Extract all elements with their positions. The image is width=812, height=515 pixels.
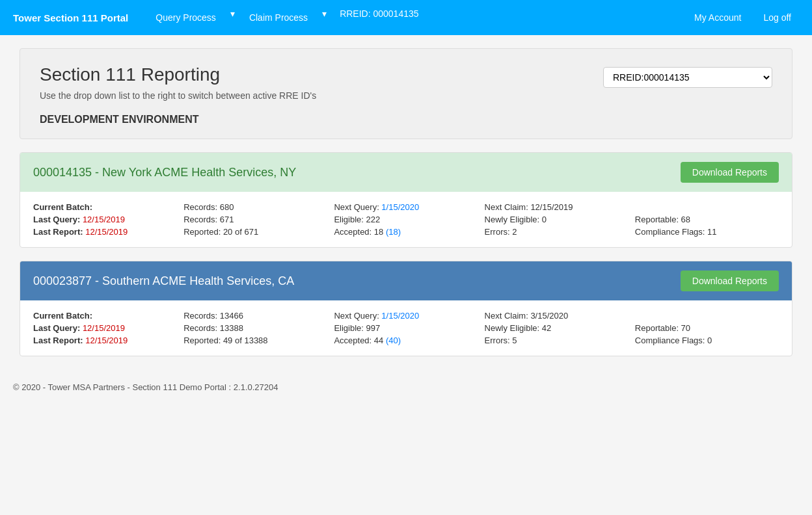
r1-compliance-flags: Compliance Flags: 11: [635, 227, 779, 237]
r1-empty: [635, 202, 779, 212]
report-card-2: 000023877 - Southern ACME Health Service…: [20, 261, 792, 356]
download-reports-button-1[interactable]: Download Reports: [681, 162, 779, 183]
report-card-2-header: 000023877 - Southern ACME Health Service…: [20, 261, 792, 300]
report-card-1-title: 000014135 - New York ACME Health Service…: [33, 166, 296, 179]
logoff-link[interactable]: Log off: [755, 8, 799, 27]
report-1-col4: Next Claim: 12/15/2019 Newly Eligible: 0…: [485, 202, 629, 237]
main-container: Section 111 Reporting Use the drop down …: [9, 48, 803, 356]
r1-reportable: Reportable: 68: [635, 215, 779, 224]
r2-next-claim: Next Claim: 3/15/2020: [485, 311, 629, 321]
my-account-link[interactable]: My Account: [686, 8, 749, 27]
r1-newly-eligible: Newly Eligible: 0: [485, 215, 629, 224]
report-card-1-header: 000014135 - New York ACME Health Service…: [20, 153, 792, 192]
r1-reported: Reported: 20 of 671: [183, 227, 327, 237]
r1-next-query: Next Query: 1/15/2020: [334, 202, 478, 212]
r2-next-query: Next Query: 1/15/2020: [334, 311, 478, 321]
report-1-col2: Records: 680 Records: 671 Reported: 20 o…: [183, 202, 327, 237]
footer: © 2020 - Tower MSA Partners - Section 11…: [0, 369, 812, 399]
r2-records-13388: Records: 13388: [183, 323, 327, 333]
report-1-col1: Current Batch: Last Query: 12/15/2019 La…: [33, 202, 177, 237]
query-process-arrow: ▾: [230, 8, 235, 27]
r2-errors: Errors: 5: [485, 336, 629, 345]
r2-compliance-flags: Compliance Flags: 0: [635, 336, 779, 345]
r2-current-batch: Current Batch:: [33, 311, 177, 321]
r2-records-13466: Records: 13466: [183, 311, 327, 321]
report-1-col3: Next Query: 1/15/2020 Eligible: 222 Acce…: [334, 202, 478, 237]
r1-eligible: Eligible: 222: [334, 215, 478, 224]
r1-errors: Errors: 2: [485, 227, 629, 237]
r2-reported: Reported: 49 of 13388: [183, 336, 327, 345]
report-card-1-body: Current Batch: Last Query: 12/15/2019 La…: [20, 192, 792, 247]
report-2-col1: Current Batch: Last Query: 12/15/2019 La…: [33, 311, 177, 345]
r1-records-671: Records: 671: [183, 215, 327, 224]
page-subtitle: Use the drop down list to the right to s…: [40, 90, 772, 101]
section-header-card: Section 111 Reporting Use the drop down …: [20, 48, 792, 139]
r1-accepted: Accepted: 18 (18): [334, 227, 478, 237]
navbar: Tower Section 111 Portal Query Process ▾…: [0, 0, 812, 35]
report-1-col5: Reportable: 68 Compliance Flags: 11: [635, 202, 779, 237]
r2-last-report: Last Report: 12/15/2019: [33, 336, 177, 345]
r1-last-report: Last Report: 12/15/2019: [33, 227, 177, 237]
report-card-2-title: 000023877 - Southern ACME Health Service…: [33, 274, 294, 288]
r2-eligible: Eligible: 997: [334, 323, 478, 333]
report-2-col4: Next Claim: 3/15/2020 Newly Eligible: 42…: [485, 311, 629, 345]
report-2-col3: Next Query: 1/15/2020 Eligible: 997 Acce…: [334, 311, 478, 345]
r2-empty: [635, 311, 779, 321]
r2-newly-eligible: Newly Eligible: 42: [485, 323, 629, 333]
rreid-select[interactable]: RREID:000014135: [603, 67, 772, 88]
navbar-right: My Account Log off: [686, 8, 799, 27]
nav-rreid-label: RREID: 000014135: [340, 8, 418, 27]
footer-text: © 2020 - Tower MSA Partners - Section 11…: [13, 382, 278, 392]
r2-accepted: Accepted: 44 (40): [334, 336, 478, 345]
r1-records-680: Records: 680: [183, 202, 327, 212]
rreid-select-wrapper: RREID:000014135: [603, 67, 772, 88]
r1-next-claim: Next Claim: 12/15/2019: [485, 202, 629, 212]
claim-process-arrow: ▾: [322, 8, 327, 27]
claim-process-link[interactable]: Claim Process: [241, 8, 316, 27]
navbar-links: Query Process ▾ Claim Process ▾ RREID: 0…: [148, 8, 686, 27]
download-reports-button-2[interactable]: Download Reports: [681, 271, 779, 291]
query-process-link[interactable]: Query Process: [148, 8, 224, 27]
page-environment: DEVELOPMENT ENVIRONMENT: [40, 114, 772, 125]
r2-last-query: Last Query: 12/15/2019: [33, 323, 177, 333]
report-2-col5: Reportable: 70 Compliance Flags: 0: [635, 311, 779, 345]
report-card-1: 000014135 - New York ACME Health Service…: [20, 152, 792, 248]
r2-reportable: Reportable: 70: [635, 323, 779, 333]
report-2-col2: Records: 13466 Records: 13388 Reported: …: [183, 311, 327, 345]
r1-current-batch: Current Batch:: [33, 202, 177, 212]
report-card-2-body: Current Batch: Last Query: 12/15/2019 La…: [20, 300, 792, 356]
navbar-brand: Tower Section 111 Portal: [13, 12, 128, 23]
r1-last-query: Last Query: 12/15/2019: [33, 215, 177, 224]
